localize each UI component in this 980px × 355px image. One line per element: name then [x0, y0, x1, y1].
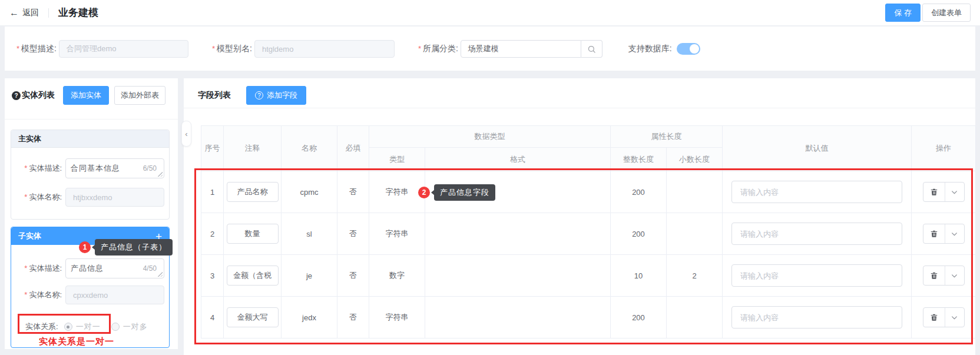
- cell-type: 字符串: [369, 297, 425, 339]
- table-row: 1 cpmc 否 字符串 200: [201, 171, 976, 213]
- back-arrow-icon: ←: [9, 8, 19, 18]
- cell-dec-length: [667, 297, 723, 339]
- comment-input[interactable]: [227, 224, 279, 244]
- cell-int-length: 200: [611, 297, 667, 339]
- col-header-required: 必填: [337, 126, 369, 171]
- sub-entity-desc-value: 产品信息: [71, 263, 104, 274]
- radio-one-to-many: [111, 323, 120, 331]
- trash-icon: [930, 313, 938, 321]
- help-icon: ?: [255, 91, 263, 99]
- category-search-button[interactable]: [581, 40, 602, 58]
- col-header-dec-length: 小数长度: [667, 148, 723, 171]
- save-button[interactable]: 保 存: [885, 4, 921, 22]
- main-entity-name-input: htjbxxdemo: [65, 188, 164, 207]
- cell-name: je: [282, 255, 337, 297]
- table-row: 4 jedx 否 字符串 200: [201, 297, 976, 339]
- toggle-knob: [690, 44, 699, 54]
- col-header-type: 类型: [369, 148, 425, 171]
- model-form-card: *模型描述: 合同管理demo *模型别名: htgldemo *所属分类: 场…: [5, 26, 975, 71]
- add-external-table-button[interactable]: 添加外部表: [114, 86, 165, 105]
- model-desc-input: 合同管理demo: [59, 40, 188, 58]
- category-input[interactable]: 场景建模: [461, 40, 581, 58]
- default-value-input[interactable]: [731, 264, 902, 287]
- required-asterisk: *: [24, 193, 27, 201]
- relation-label: 实体关系:: [25, 321, 58, 332]
- database-label: 支持数据库:: [628, 44, 672, 54]
- char-counter: 6/50: [143, 164, 159, 172]
- cell-index: 4: [201, 297, 224, 339]
- field-list-panel: 字段列表 ? 添加字段 ‹ 序号 注释 名称 必填 数据类型 属性长度 默认值 …: [184, 78, 975, 355]
- cell-required: 否: [337, 213, 369, 255]
- table-row: 3 je 否 数字 10 2: [201, 255, 976, 297]
- back-button[interactable]: ← 返回: [9, 8, 39, 18]
- sub-entity-desc-textarea[interactable]: 产品信息 4/50: [65, 258, 164, 278]
- trash-icon: [930, 188, 938, 196]
- cell-index: 3: [201, 255, 224, 297]
- database-toggle[interactable]: [677, 43, 700, 55]
- cell-int-length: 200: [611, 213, 667, 255]
- main-entity-desc-label: *实体描述:: [16, 163, 62, 174]
- collapse-panel-handle[interactable]: ‹: [181, 121, 191, 147]
- col-header-int-length: 整数长度: [611, 148, 667, 171]
- cell-name: cpmc: [282, 171, 337, 213]
- row-more-button[interactable]: [945, 224, 964, 243]
- comment-input[interactable]: [227, 307, 279, 327]
- default-value-input[interactable]: [731, 181, 902, 203]
- default-value-input[interactable]: [731, 306, 902, 329]
- cell-name: sl: [282, 213, 337, 255]
- default-value-input[interactable]: [731, 223, 902, 245]
- main-entity-desc-value: 合同基本信息: [71, 163, 120, 174]
- annotation-badge-2: 2: [418, 187, 430, 198]
- required-asterisk: *: [24, 264, 27, 273]
- resize-grip-icon[interactable]: [157, 271, 163, 277]
- table-row: 2 sl 否 字符串 200: [201, 213, 976, 255]
- row-more-button[interactable]: [945, 266, 964, 285]
- fields-table: 序号 注释 名称 必填 数据类型 属性长度 默认值 操作 类型 格式 整数长度 …: [201, 125, 976, 339]
- main-entity-desc-textarea[interactable]: 合同基本信息 6/50: [65, 158, 164, 178]
- annotation-badge-1: 1: [79, 241, 91, 253]
- add-field-button[interactable]: ? 添加字段: [246, 86, 306, 105]
- delete-row-button[interactable]: [923, 224, 945, 243]
- comment-input[interactable]: [227, 182, 279, 202]
- panel-divider: [184, 108, 975, 108]
- char-counter: 4/50: [143, 264, 159, 273]
- row-more-button[interactable]: [945, 308, 964, 327]
- radio-one-to-many-label: 一对多: [123, 321, 148, 332]
- cell-type: 字符串: [369, 213, 425, 255]
- delete-row-button[interactable]: [923, 183, 945, 201]
- search-icon: [587, 45, 596, 54]
- cell-type: 数字: [369, 255, 425, 297]
- chevron-left-icon: ‹: [185, 130, 187, 138]
- radio-dot: [67, 326, 69, 329]
- cell-index: 1: [201, 171, 224, 213]
- add-entity-button[interactable]: 添加实体: [63, 86, 109, 105]
- entity-list-title: ? 实体列表: [12, 90, 55, 101]
- annotation-note: 实体关系是一对一: [39, 336, 114, 347]
- radio-one-to-one-label: 一对一: [76, 321, 101, 332]
- cell-type: 字符串: [369, 171, 425, 213]
- back-label: 返回: [22, 8, 39, 18]
- sub-entity-name-input: cpxxdemo: [65, 286, 164, 304]
- delete-row-button[interactable]: [923, 308, 945, 327]
- cell-index: 2: [201, 213, 224, 255]
- model-alias-input: htgldemo: [254, 40, 395, 58]
- required-asterisk: *: [212, 44, 215, 53]
- main-entity-header: 主实体: [11, 130, 169, 148]
- chevron-down-icon: [951, 188, 958, 196]
- col-header-comment: 注释: [224, 126, 282, 171]
- cell-dec-length: 2: [667, 255, 723, 297]
- row-more-button[interactable]: [945, 183, 964, 201]
- comment-input[interactable]: [227, 266, 279, 286]
- required-asterisk: *: [16, 44, 19, 53]
- resize-grip-icon[interactable]: [157, 171, 163, 177]
- help-icon: ?: [12, 91, 21, 100]
- cell-format: [425, 297, 611, 339]
- main-entity-box: 主实体 *实体描述: 合同基本信息 6/50 *实体名称: htjbxxdemo: [11, 130, 170, 220]
- col-header-action: 操作: [912, 126, 976, 171]
- annotation-tooltip-1: 产品信息（子表）: [95, 239, 173, 256]
- create-form-button[interactable]: 创建表单: [922, 4, 971, 22]
- delete-row-button[interactable]: [923, 266, 945, 285]
- cell-int-length: 10: [611, 255, 667, 297]
- entity-list-panel: ? 实体列表 添加实体 添加外部表 主实体 *实体描述: 合同基本信息 6/50…: [5, 78, 178, 349]
- sub-entity-name-label: *实体名称:: [16, 290, 62, 300]
